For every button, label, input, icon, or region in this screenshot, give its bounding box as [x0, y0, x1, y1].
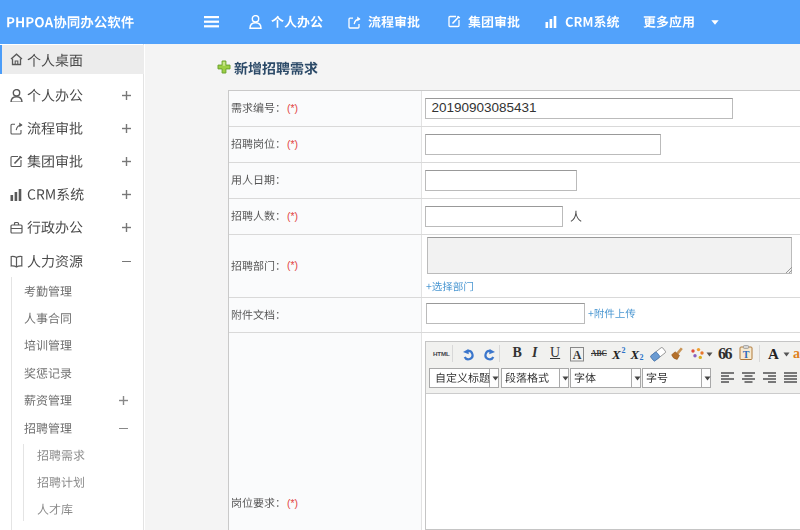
svg-text:A: A	[573, 348, 582, 362]
svg-text:T: T	[743, 349, 750, 360]
